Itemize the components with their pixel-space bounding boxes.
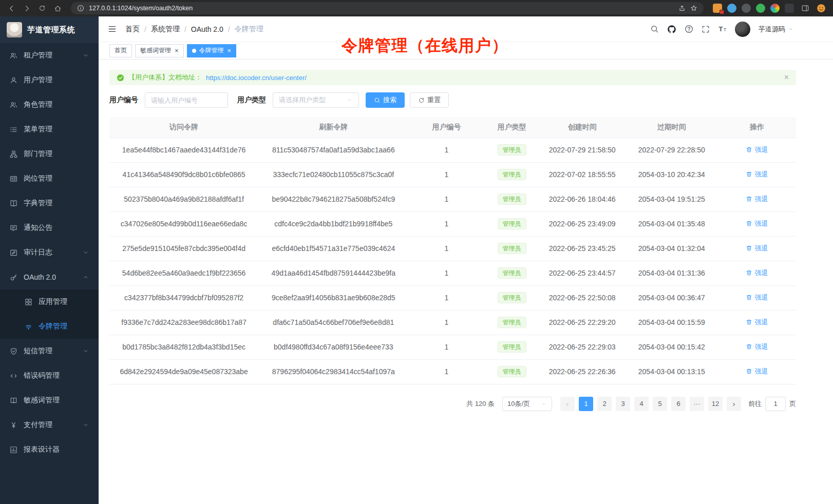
- tab-sensitive-word[interactable]: 敏感词管理 ×: [135, 44, 184, 57]
- key-icon: [10, 274, 17, 281]
- sidebar-item-user[interactable]: 用户管理: [0, 68, 99, 92]
- breadcrumb-item[interactable]: 系统管理: [151, 25, 180, 34]
- share-icon[interactable]: [678, 5, 686, 12]
- page-button[interactable]: 2: [597, 397, 612, 411]
- user-type-badge: 管理员: [498, 292, 526, 303]
- sidebar-item-post[interactable]: 岗位管理: [0, 166, 99, 191]
- page-size-select[interactable]: 10条/页: [502, 397, 552, 411]
- user-type-cell: 管理员: [485, 162, 539, 187]
- close-icon[interactable]: ×: [228, 47, 232, 54]
- prev-page-button[interactable]: ‹: [560, 397, 575, 411]
- search-icon[interactable]: [650, 25, 659, 33]
- action-cell: 强退: [718, 359, 796, 384]
- extension-icon[interactable]: [770, 4, 780, 13]
- user-id-cell: 1: [408, 162, 484, 187]
- sidebar-item-sensitive-word[interactable]: 敏感词管理: [0, 388, 99, 413]
- force-logout-button[interactable]: 强退: [746, 293, 768, 302]
- sidebar-item-report-designer[interactable]: 报表设计器: [0, 437, 99, 462]
- site-info-icon[interactable]: [77, 5, 84, 12]
- user-avatar[interactable]: [735, 22, 750, 37]
- tab-label: 敏感词管理: [140, 46, 171, 55]
- sidebar-item-tenant[interactable]: 租户管理: [0, 43, 99, 68]
- close-icon[interactable]: ×: [175, 47, 179, 54]
- browser-forward-button[interactable]: [21, 2, 33, 14]
- doc-link[interactable]: https://doc.iocoder.cn/user-center/: [206, 74, 307, 82]
- sidebar-item-pay[interactable]: 支付管理: [0, 413, 99, 437]
- force-logout-button[interactable]: 强退: [746, 145, 768, 154]
- app-logo[interactable]: 芋道管理系统: [0, 16, 99, 43]
- sidebar-item-oauth2-token[interactable]: 令牌管理: [0, 314, 99, 339]
- page-button[interactable]: 12: [708, 397, 723, 411]
- sidebar-item-oauth2-app[interactable]: 应用管理: [0, 289, 99, 314]
- search-icon: [374, 97, 381, 104]
- refresh-token-cell: b0df4980ffd34c67a08f9156e4eee733: [258, 335, 408, 359]
- refresh-token-cell: 333ecfc71e02480cb11055c875c3ca0f: [258, 162, 408, 187]
- extension-icon[interactable]: [756, 4, 765, 13]
- bookmark-star-icon[interactable]: [690, 5, 697, 12]
- address-bar[interactable]: 127.0.0.1:1024/system/oauth2/token: [71, 2, 704, 14]
- breadcrumb-item[interactable]: 首页: [125, 25, 140, 34]
- action-cell: 强退: [718, 335, 796, 359]
- sidebar-item-audit-log[interactable]: 审计日志: [0, 240, 99, 265]
- goto-input[interactable]: [765, 397, 786, 411]
- tab-token[interactable]: 令牌管理 ×: [187, 44, 237, 57]
- user-id-input[interactable]: [145, 92, 228, 108]
- sidebar-item-error-code[interactable]: 错误码管理: [0, 363, 99, 388]
- sidebar-item-dict[interactable]: 字典管理: [0, 191, 99, 216]
- page-button[interactable]: 1: [579, 397, 593, 411]
- sidebar-item-menu[interactable]: 菜单管理: [0, 117, 99, 142]
- sidebar-item-notice[interactable]: 通知公告: [0, 216, 99, 240]
- profile-avatar[interactable]: [817, 4, 826, 13]
- force-logout-button[interactable]: 强退: [746, 170, 768, 179]
- side-panel-icon[interactable]: [799, 2, 811, 14]
- font-size-icon[interactable]: TT: [718, 25, 727, 33]
- page-more-button[interactable]: ···: [690, 397, 704, 411]
- user-type-select[interactable]: 请选择用户类型: [273, 92, 359, 108]
- page-button[interactable]: 5: [653, 397, 667, 411]
- extension-icon[interactable]: [785, 4, 794, 13]
- sidebar-item-oauth2[interactable]: OAuth 2.0: [0, 265, 99, 289]
- breadcrumb-separator: /: [228, 25, 230, 33]
- user-type-cell: 管理员: [485, 211, 539, 236]
- sidebar-item-sms[interactable]: 短信管理: [0, 339, 99, 363]
- breadcrumb-item: 令牌管理: [235, 25, 263, 34]
- force-logout-button[interactable]: 强退: [746, 367, 768, 376]
- fullscreen-icon[interactable]: [702, 25, 710, 33]
- page-button[interactable]: 4: [634, 397, 649, 411]
- page-button[interactable]: 6: [671, 397, 686, 411]
- svg-text:T: T: [718, 25, 723, 33]
- browser-home-button[interactable]: [51, 2, 64, 14]
- extension-icon[interactable]: [713, 4, 722, 13]
- search-button[interactable]: 搜索: [366, 92, 405, 108]
- user-id-cell: 1: [408, 359, 484, 384]
- force-logout-button[interactable]: 强退: [746, 244, 768, 253]
- extension-icon[interactable]: [727, 4, 736, 13]
- browser-back-button[interactable]: [5, 2, 17, 14]
- report-icon: [10, 446, 17, 454]
- force-logout-button[interactable]: 强退: [746, 195, 768, 204]
- tab-home[interactable]: 首页: [109, 44, 132, 57]
- next-page-button[interactable]: ›: [727, 397, 741, 411]
- collapse-menu-icon[interactable]: [108, 25, 117, 33]
- browser-refresh-button[interactable]: [36, 2, 48, 14]
- user-menu[interactable]: 芋道源码: [759, 25, 793, 34]
- sidebar-item-dept[interactable]: 部门管理: [0, 142, 99, 166]
- force-logout-button[interactable]: 强退: [746, 342, 768, 352]
- force-logout-button[interactable]: 强退: [746, 219, 768, 228]
- force-logout-button[interactable]: 强退: [746, 318, 768, 327]
- create-time-cell: 2022-07-29 21:58:50: [539, 138, 626, 162]
- sidebar-item-label: 租户管理: [24, 51, 52, 60]
- extension-icon[interactable]: [742, 4, 751, 13]
- doc-alert: 【用户体系】文档地址： https://doc.iocoder.cn/user-…: [109, 70, 796, 85]
- reset-button[interactable]: 重置: [410, 92, 449, 108]
- page-button[interactable]: 3: [616, 397, 630, 411]
- github-icon[interactable]: [667, 25, 676, 34]
- alert-close-icon[interactable]: ×: [784, 73, 789, 82]
- user-type-cell: 管理员: [485, 335, 539, 359]
- sidebar-submenu: 应用管理 令牌管理: [0, 289, 99, 339]
- expire-time-cell: 2054-03-04 00:13:15: [626, 359, 718, 384]
- force-logout-button[interactable]: 强退: [746, 268, 768, 278]
- help-icon[interactable]: [685, 25, 693, 33]
- breadcrumb-item[interactable]: OAuth 2.0: [191, 25, 223, 33]
- sidebar-item-role[interactable]: 角色管理: [0, 92, 99, 117]
